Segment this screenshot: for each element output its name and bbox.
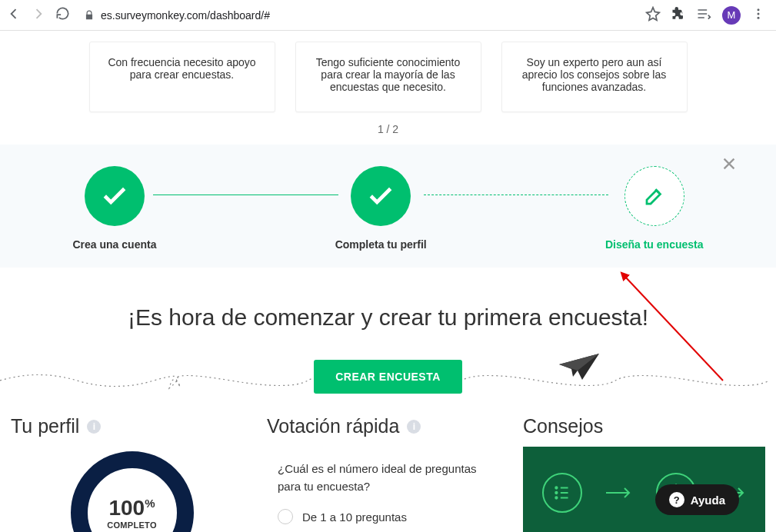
svg-point-2 (758, 16, 760, 18)
step-complete-profile: Completa tu perfil (335, 166, 427, 251)
create-survey-button[interactable]: CREAR ENCUESTA (314, 360, 462, 394)
onboarding-steps: Crea una cuenta Completa tu perfil Diseñ… (0, 145, 776, 268)
close-icon[interactable] (721, 155, 738, 172)
browser-toolbar: es.surveymonkey.com/dashboard/# M (0, 0, 776, 31)
lock-icon (84, 10, 95, 21)
info-icon[interactable]: i (407, 420, 421, 434)
svg-point-4 (556, 487, 558, 488)
reload-icon[interactable] (55, 6, 70, 24)
step-label: Crea una cuenta (73, 238, 157, 251)
edit-icon (624, 166, 684, 226)
help-label: Ayuda (691, 494, 725, 507)
info-icon[interactable]: i (87, 420, 101, 434)
poll-column: Votación rápida i ¿Cuál es el número ide… (264, 415, 512, 532)
profile-title-text: Tu perfil (11, 415, 79, 437)
pager-indicator: 1 / 2 (0, 118, 776, 145)
poll-title-text: Votación rápida (267, 415, 399, 437)
profile-column: Tu perfil i 100% COMPLETO (8, 415, 256, 532)
tips-title-text: Consejos (523, 415, 603, 437)
check-icon (85, 166, 145, 226)
step-design-survey[interactable]: Diseña tu encuesta (605, 166, 704, 251)
experience-cards-row: Con frecuencia necesito apoyo para crear… (0, 31, 776, 118)
forward-icon[interactable] (31, 6, 46, 25)
step-label: Diseña tu encuesta (605, 238, 704, 251)
extensions-icon[interactable] (671, 7, 685, 24)
columns: Tu perfil i 100% COMPLETO Votación rápid… (0, 415, 776, 532)
star-icon[interactable] (645, 6, 661, 25)
gauge-label: COMPLETO (107, 520, 157, 530)
check-icon (351, 166, 411, 226)
main-heading: ¡Es hora de comenzar y crear tu primera … (0, 268, 776, 355)
experience-card[interactable]: Soy un experto pero aun así aprecio los … (501, 42, 688, 112)
poll-option-label: De 1 a 10 preguntas (302, 510, 407, 524)
kebab-menu-icon[interactable] (751, 7, 765, 24)
url-text: es.surveymonkey.com/dashboard/# (101, 9, 270, 22)
help-button[interactable]: ? Ayuda (655, 484, 739, 515)
arrow-right-icon (606, 487, 632, 499)
poll-option[interactable]: De 1 a 10 preguntas (267, 503, 509, 530)
back-icon[interactable] (6, 6, 22, 25)
step-create-account: Crea una cuenta (73, 166, 157, 251)
experience-card[interactable]: Con frecuencia necesito apoyo para crear… (89, 42, 275, 112)
step-connector (424, 195, 608, 195)
gauge-value: 100% (108, 496, 155, 520)
step-label: Completa tu perfil (335, 238, 427, 251)
svg-point-1 (758, 12, 760, 15)
step-connector (153, 195, 338, 195)
profile-avatar[interactable]: M (722, 6, 741, 25)
paper-plane-icon (559, 354, 599, 380)
list-icon (542, 473, 582, 513)
poll-heading: Votación rápida i (267, 415, 509, 437)
profile-heading: Tu perfil i (11, 415, 253, 437)
svg-point-0 (758, 8, 760, 11)
page-viewport[interactable]: Con frecuencia necesito apoyo para crear… (0, 31, 776, 532)
cta-row: CREAR ENCUESTA (0, 355, 776, 415)
address-bar[interactable]: es.surveymonkey.com/dashboard/# (78, 9, 638, 22)
experience-card[interactable]: Tengo suficiente conocimiento para crear… (295, 42, 481, 112)
poll-question: ¿Cuál es el número ideal de preguntas pa… (267, 447, 509, 503)
radio-icon[interactable] (278, 509, 293, 524)
tips-column: Consejos (520, 415, 768, 532)
reading-list-icon[interactable] (696, 6, 711, 25)
question-icon: ? (669, 492, 684, 507)
profile-gauge: 100% COMPLETO (71, 451, 194, 532)
tips-heading: Consejos (523, 415, 765, 437)
svg-point-6 (556, 497, 558, 498)
svg-point-5 (556, 492, 558, 494)
